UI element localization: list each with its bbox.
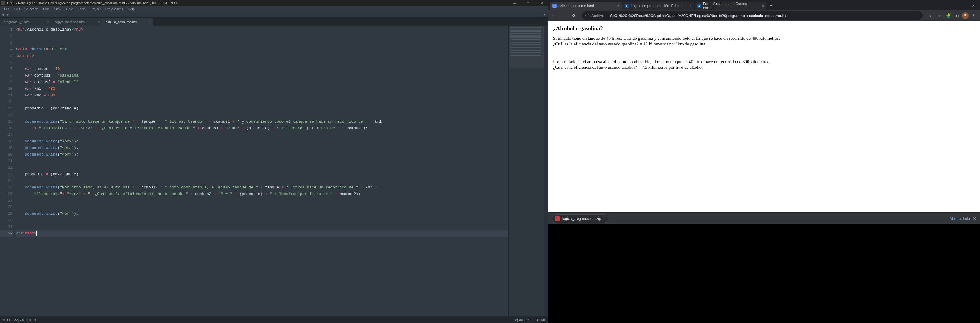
menubar: File Edit Selection Find View Goto Tools… [0,6,548,12]
new-tab-button[interactable]: + [767,2,775,10]
favicon-icon: a [625,4,629,8]
browser-toolbar: ← → ⟳ ⓘ Archivo | C:/01%20-%20Rous%20Agu… [548,10,980,21]
close-icon[interactable]: × [98,20,100,24]
menu-tools[interactable]: Tools [76,6,88,11]
page-title: ¿Alcohol o gasolina? [553,25,975,32]
code-content[interactable]: <h3>¿Alcohol o gasolina?</h3> <meta char… [16,26,508,317]
close-icon[interactable]: × [762,4,764,8]
maximize-button[interactable]: □ [521,0,535,6]
menu-project[interactable]: Project [88,6,103,11]
tab-programa3[interactable]: programa3_2.html × [0,18,51,26]
nav-back-icon[interactable]: ◀ [1,13,5,17]
browser-tab-calculo[interactable]: ⬚ calculo_consumo.html × [550,2,622,10]
file-icon [555,216,560,221]
panel-row: ◀ ▶ ▾ [0,12,548,18]
url-scheme-label: Archivo [591,13,604,18]
line-gutter: 1234567891011121314151617181920212223242… [0,26,16,317]
download-chip[interactable]: logica_progamacio....zip ˄ [552,214,608,223]
page-paragraph: ¿Cuál es la eficiencia del auto usando g… [553,42,975,46]
menu-help[interactable]: Help [126,6,137,11]
download-bar: logica_progamacio....zip ˄ Mostrar todo … [548,212,980,224]
reload-button[interactable]: ⟳ [570,11,578,20]
browser-tab-foro[interactable]: a Foro | Alura Latam - Cursos onlin… × [695,2,766,10]
nav-fwd-icon[interactable]: ▶ [6,13,10,17]
chevron-up-icon[interactable]: ˄ [603,216,605,221]
menu-file[interactable]: File [2,6,12,11]
black-area [548,224,980,323]
tab-label: calculo_consumo.html [558,4,594,8]
browser-tab-strip: ⬚ calculo_consumo.html × a Lógica de pro… [548,0,980,10]
share-icon[interactable]: ⇪ [926,11,935,20]
chrome-window: ⬚ calculo_consumo.html × a Lógica de pro… [548,0,980,323]
menu-selection[interactable]: Selection [22,6,41,11]
favicon-icon: ⬚ [552,4,557,8]
app-icon [1,1,5,5]
url-text: C:/01%20-%20Rous%20Aguilar/Oracle%20ONE/… [610,13,790,18]
status-bar: ▭ Line 32, Column 10 Spaces: 4 HTML [0,317,548,323]
menu-goto[interactable]: Goto [64,6,76,11]
menu-preferences[interactable]: Preferences [103,6,126,11]
browser-tab-logica[interactable]: a Lógica de programación: Primer… × [622,2,694,10]
window-title: C:\01 - Rous Aguilar\Oracle ONE\Logica d… [7,1,178,5]
separator: | [606,13,608,18]
favicon-icon: a [697,4,701,8]
close-icon[interactable]: ✕ [973,216,977,221]
menu-icon[interactable]: ⋮ [969,11,978,20]
status-spaces[interactable]: Spaces: 4 [515,318,530,321]
tab-label: Lógica de programación: Primer… [631,4,686,8]
window-titlebar: C:\01 - Rous Aguilar\Oracle ONE\Logica d… [0,0,548,6]
editor-area[interactable]: 1234567891011121314151617181920212223242… [0,26,548,317]
tab-label: copys-exercises.html [55,20,86,24]
maximize-button[interactable]: □ [953,1,967,10]
page-content: ¿Alcohol o gasolina? Si un auto tiene un… [548,21,980,212]
page-paragraph: ¿Cuál es la eficiencia del auto usando a… [553,65,975,70]
menu-view[interactable]: View [52,6,64,11]
extensions-icon[interactable]: 🧩 [944,11,953,20]
tab-label: programa3_2.html [3,20,30,24]
close-button[interactable]: ✕ [967,1,980,10]
page-paragraph: Si un auto tiene un tanque de 40 litros.… [553,36,975,41]
tab-bar: programa3_2.html × copys-exercises.html … [0,18,548,26]
tab-calculo[interactable]: calculo_consumo.html × [102,18,153,26]
site-info-icon[interactable]: ⓘ [585,13,589,18]
forward-button[interactable]: → [560,11,569,20]
profile-avatar[interactable]: R [962,12,969,19]
page-paragraph: Por otro lado, si el auto usa alcohol co… [553,59,975,64]
address-bar[interactable]: ⓘ Archivo | C:/01%20-%20Rous%20Aguilar/O… [582,11,923,20]
panel-add-icon[interactable]: ▾ [541,12,548,17]
menu-find[interactable]: Find [41,6,52,11]
back-button[interactable]: ← [550,11,559,20]
minimap[interactable] [508,26,544,317]
menu-edit[interactable]: Edit [12,6,22,11]
minimize-button[interactable]: — [508,0,521,6]
status-position: Line 32, Column 10 [7,318,35,321]
vertical-scrollbar[interactable] [544,26,548,317]
tab-label: Foro | Alura Latam - Cursos onlin… [703,2,759,10]
status-syntax[interactable]: HTML [537,318,546,321]
side-panel-icon[interactable]: ◧ [953,11,961,20]
download-filename: logica_progamacio....zip [562,216,601,221]
panel-switch-icon[interactable]: ▭ [2,318,5,322]
sublime-window: C:\01 - Rous Aguilar\Oracle ONE\Logica d… [0,0,548,323]
minimize-button[interactable]: — [940,1,953,10]
show-all-downloads[interactable]: Mostrar todo [950,216,970,221]
tab-copys[interactable]: copys-exercises.html × [51,18,102,26]
bookmark-icon[interactable]: ☆ [935,11,943,20]
close-icon[interactable]: × [690,4,692,8]
close-icon[interactable]: × [617,4,619,8]
close-button[interactable]: ✕ [535,0,548,6]
close-icon[interactable]: × [150,20,151,24]
tab-label: calculo_consumo.html [106,20,138,24]
close-icon[interactable]: × [47,20,49,24]
